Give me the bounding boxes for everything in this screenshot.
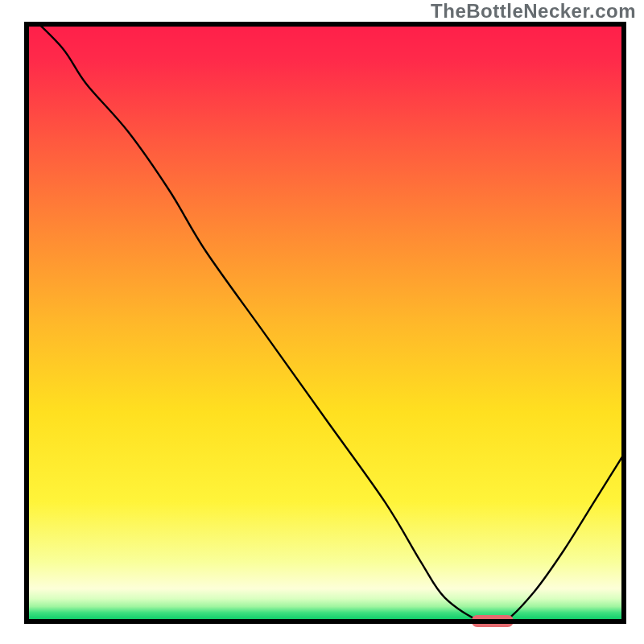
plot-background (27, 24, 624, 621)
chart-container: TheBottleNecker.com (0, 0, 644, 644)
bottleneck-chart (0, 0, 644, 644)
